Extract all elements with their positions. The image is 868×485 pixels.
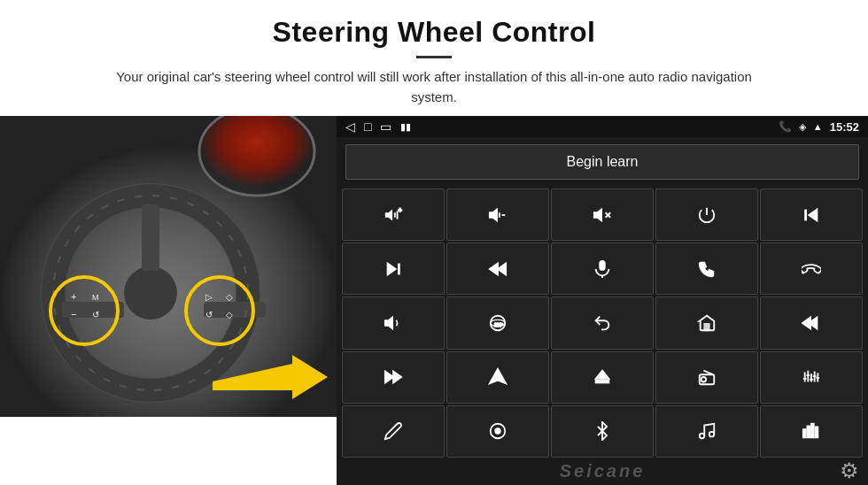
svg-marker-32 (809, 209, 817, 220)
svg-point-67 (700, 434, 705, 439)
svg-rect-7 (142, 204, 159, 271)
svg-rect-72 (816, 427, 818, 438)
svg-marker-26 (490, 209, 497, 220)
phone-answer-button[interactable] (655, 242, 758, 295)
time-display: 15:52 (830, 120, 859, 134)
svg-marker-50 (596, 371, 609, 379)
controls-grid: + (337, 187, 868, 459)
svg-marker-48 (393, 372, 401, 383)
begin-learn-row: Begin learn (337, 137, 868, 187)
svg-point-68 (709, 432, 715, 437)
svg-marker-47 (385, 372, 393, 383)
svg-rect-44 (704, 324, 709, 330)
svg-text:↺: ↺ (92, 310, 99, 319)
svg-marker-22 (385, 209, 392, 220)
location-status-icon: ◈ (799, 121, 806, 133)
seicane-watermark: Seicane (560, 461, 646, 481)
svg-marker-49 (490, 369, 506, 384)
back-nav-icon[interactable]: ◁ (345, 119, 355, 134)
mute-button[interactable] (551, 189, 654, 241)
svg-text:360°: 360° (494, 323, 503, 327)
sound-bars-button[interactable] (760, 405, 863, 458)
recent-nav-icon[interactable]: ▭ (380, 119, 391, 134)
prev-track-button[interactable] (760, 189, 863, 241)
equalizer-button[interactable] (760, 351, 863, 404)
eject-button[interactable] (551, 351, 654, 404)
vol-up-button[interactable]: + (342, 189, 445, 241)
circle-settings-button[interactable] (446, 405, 549, 458)
svg-text:M: M (92, 293, 99, 302)
svg-text:+: + (399, 206, 402, 214)
svg-marker-40 (385, 318, 392, 329)
settings-gear-button[interactable]: ⚙ (840, 458, 859, 483)
power-button[interactable] (655, 189, 758, 241)
signal-icon: ▮▮ (400, 121, 411, 133)
svg-rect-38 (600, 261, 605, 270)
svg-rect-69 (803, 430, 806, 438)
svg-point-66 (495, 429, 500, 435)
svg-text:+: + (71, 291, 76, 302)
home-nav-icon[interactable]: □ (364, 119, 371, 134)
svg-text:◇: ◇ (226, 310, 233, 319)
page-title: Steering Wheel Control (35, 16, 833, 49)
speaker-button[interactable] (342, 296, 445, 349)
status-bar: ◁ □ ▭ ▮▮ 📞 ◈ ▲ 15:52 (337, 116, 868, 137)
svg-text:◇: ◇ (226, 292, 233, 302)
bluetooth-button[interactable] (551, 405, 654, 458)
status-left: ◁ □ ▭ ▮▮ (345, 119, 411, 134)
back-button[interactable] (551, 296, 654, 349)
title-divider (416, 56, 452, 58)
svg-rect-70 (807, 427, 810, 438)
status-right: 📞 ◈ ▲ 15:52 (779, 120, 859, 134)
svg-point-6 (124, 266, 177, 319)
svg-point-54 (701, 377, 707, 382)
svg-marker-46 (802, 318, 810, 329)
begin-learn-button[interactable]: Begin learn (345, 144, 859, 180)
steering-wheel-image: + M − ↺ ▷ ◇ ↺ ◇ (0, 116, 337, 417)
svg-rect-51 (596, 381, 609, 383)
nav-button[interactable] (446, 351, 549, 404)
radio-button[interactable] (655, 351, 758, 404)
steering-bg: + M − ↺ ▷ ◇ ↺ ◇ (0, 116, 337, 417)
next-track-button[interactable] (342, 242, 445, 295)
content-area: + M − ↺ ▷ ◇ ↺ ◇ ◁ □ (0, 116, 868, 485)
svg-text:↺: ↺ (205, 310, 213, 319)
svg-rect-71 (811, 424, 814, 438)
svg-marker-29 (594, 209, 601, 220)
svg-text:▷: ▷ (205, 292, 213, 302)
svg-marker-37 (498, 263, 506, 274)
subtitle: Your original car's steering wheel contr… (115, 67, 753, 107)
android-ui: ◁ □ ▭ ▮▮ 📞 ◈ ▲ 15:52 Begin learn (337, 116, 868, 485)
360-view-button[interactable]: 360° (446, 296, 549, 349)
pen-button[interactable] (342, 405, 445, 458)
fast-forward-button[interactable] (342, 351, 445, 404)
svg-text:−: − (71, 309, 76, 319)
mic-button[interactable] (551, 242, 654, 295)
svg-rect-9 (204, 302, 266, 318)
phone-hangup-button[interactable] (760, 242, 863, 295)
music-button[interactable] (655, 405, 758, 458)
svg-marker-34 (388, 263, 396, 274)
fast-backward-button[interactable] (446, 242, 549, 295)
skip-back-button[interactable] (760, 296, 863, 349)
wifi-status-icon: ▲ (813, 121, 823, 132)
phone-status-icon: 📞 (779, 120, 792, 133)
vol-down-button[interactable] (446, 189, 549, 241)
home-button[interactable] (655, 296, 758, 349)
header-section: Steering Wheel Control Your original car… (0, 0, 868, 116)
page-container: Steering Wheel Control Your original car… (0, 0, 868, 485)
